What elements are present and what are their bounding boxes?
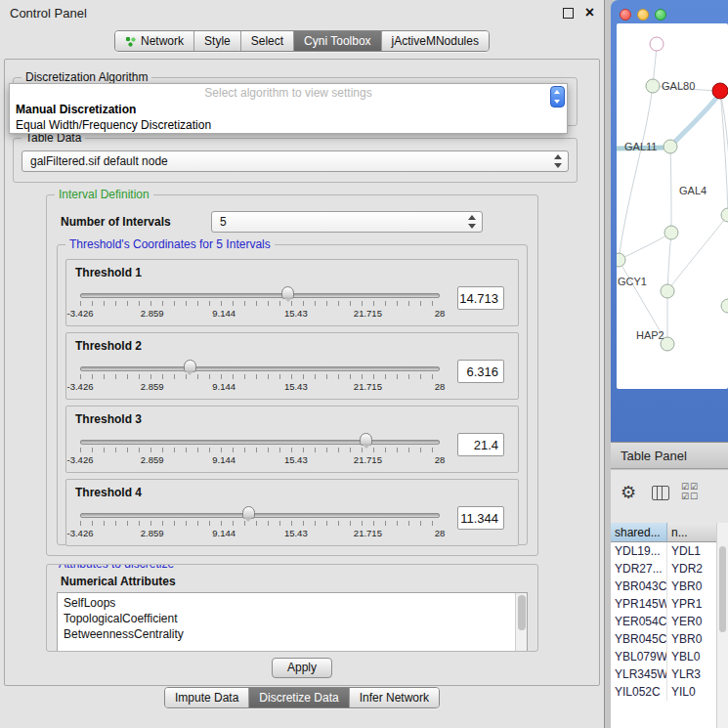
table-row[interactable]: YBR045CYBR0 [611, 630, 728, 648]
slider-thumb[interactable] [184, 360, 196, 372]
tab-select[interactable]: Select [240, 31, 293, 51]
threshold-value-field[interactable]: 11.344 [457, 506, 504, 530]
attributes-listbox[interactable]: SelfLoopsTopologicalCoefficientBetweenne… [57, 592, 528, 652]
number-of-intervals-combobox[interactable]: 5 [211, 211, 483, 233]
scrollbar-thumb[interactable] [719, 546, 726, 632]
table-data-selected: galFiltered.sif default node [22, 151, 568, 171]
table-row[interactable]: YER054CYER0 [611, 613, 728, 630]
scale-label: 9.144 [212, 381, 236, 392]
scale-label: 2.859 [141, 381, 164, 392]
table-cell: YPR145W [611, 595, 667, 613]
highlighted-node[interactable] [712, 83, 728, 99]
threshold-slider[interactable]: -3.4262.8599.14415.4321.71528 [76, 504, 444, 543]
column-header[interactable]: n... [667, 523, 717, 542]
attribute-item[interactable]: SelfLoops [58, 595, 527, 611]
group-title: Interval Definition [55, 188, 153, 201]
gear-icon[interactable]: ⚙ [621, 482, 636, 503]
tab-cyni-toolbox[interactable]: Cyni Toolbox [293, 31, 380, 51]
algorithm-placeholder: Select algorithm to view settings [204, 86, 371, 100]
table-row[interactable]: YBL079WYBL0 [611, 648, 728, 665]
table-row[interactable]: YDL19...YDL1 [611, 542, 728, 560]
slider-track[interactable] [80, 366, 440, 371]
close-window-icon[interactable] [620, 9, 631, 21]
column-header[interactable]: shared... [611, 523, 667, 542]
threshold-value-field[interactable]: 6.316 [457, 360, 504, 383]
table-scrollbar[interactable] [716, 523, 728, 728]
select-columns-icons[interactable]: ☑☑ ☑☐ [681, 482, 699, 501]
float-window-icon[interactable] [563, 8, 574, 19]
threshold-panel: Threshold 4 -3.4262.8599.14415.4321.7152… [65, 479, 519, 546]
algorithm-dropdown-popup: Select algorithm to view settings Manual… [9, 83, 568, 134]
table-row[interactable]: YIL052CYIL0 [611, 683, 728, 701]
network-node[interactable] [721, 208, 728, 222]
network-graph: GAL80GAL11GAL4GCY1HAP2 [617, 23, 728, 389]
scale-label: 2.859 [141, 308, 164, 319]
stepper-icon[interactable] [468, 215, 477, 229]
tab-discretize-data[interactable]: Discretize Data [248, 688, 348, 707]
node-label: GCY1 [618, 276, 647, 287]
threshold-label: Threshold 1 [66, 260, 518, 279]
node-label: GAL11 [624, 141, 657, 152]
zoom-window-icon[interactable] [655, 9, 666, 21]
tab-impute-data[interactable]: Impute Data [165, 688, 248, 707]
slider-thumb[interactable] [281, 286, 294, 299]
table-cell: YDR27... [611, 560, 667, 578]
panel-title: Control Panel [10, 6, 87, 21]
tab-network[interactable]: Network [115, 31, 193, 51]
slider-thumb[interactable] [242, 506, 255, 519]
columns-icon[interactable] [652, 486, 669, 500]
tab-label: Discretize Data [259, 691, 338, 705]
network-canvas[interactable]: GAL80GAL11GAL4GCY1HAP2 [617, 23, 728, 389]
network-node[interactable] [721, 299, 728, 313]
tab-style[interactable]: Style [193, 31, 240, 51]
attribute-item[interactable]: TopologicalCoefficient [58, 611, 527, 626]
scale-label: 9.144 [212, 308, 236, 319]
minimize-window-icon[interactable] [637, 9, 649, 21]
close-icon[interactable]: × [585, 6, 594, 20]
cyni-toolbox-content: Discretization Algorithm Select algorith… [4, 59, 600, 686]
network-icon [125, 36, 136, 47]
threshold-slider[interactable]: -3.4262.8599.14415.4321.71528 [76, 358, 444, 397]
network-node[interactable] [661, 284, 674, 298]
scale-label: 15.43 [284, 454, 308, 465]
table-row[interactable]: YDR27...YDR2 [611, 560, 728, 578]
table-row[interactable]: YPR145WYPR1 [611, 595, 728, 613]
table-cell: YLR345W [611, 665, 667, 683]
threshold-slider[interactable]: -3.4262.8599.14415.4321.71528 [76, 284, 444, 323]
slider-track[interactable] [80, 440, 440, 445]
network-node[interactable] [664, 226, 678, 239]
combobox-stepper-icon[interactable] [550, 86, 565, 107]
attribute-item[interactable]: BetweennessCentrality [58, 626, 527, 642]
stepper-icon[interactable] [554, 154, 563, 168]
algorithm-option-list: Manual DiscretizationEqual Width/Frequen… [10, 102, 567, 133]
threshold-value-field[interactable]: 21.4 [457, 433, 504, 456]
threshold-value-field[interactable]: 14.713 [457, 286, 504, 310]
threshold-label: Threshold 4 [66, 480, 518, 499]
tab-jactivemnodules[interactable]: jActiveMNodules [381, 31, 489, 51]
network-node[interactable] [664, 140, 677, 153]
tab-infer-network[interactable]: Infer Network [349, 688, 439, 707]
table-row[interactable]: YBR043CYBR0 [611, 578, 728, 595]
scrollbar-thumb[interactable] [518, 595, 526, 630]
algorithm-option[interactable]: Equal Width/Frequency Discretization [10, 117, 567, 133]
table-cell: YDR2 [667, 560, 717, 578]
network-node[interactable] [617, 253, 625, 267]
scale-label: 2.859 [141, 528, 164, 538]
algorithm-combobox[interactable]: Select algorithm to view settings [10, 84, 567, 102]
slider-ticks [80, 374, 440, 379]
slider-thumb[interactable] [360, 433, 372, 446]
table-data-combobox[interactable]: galFiltered.sif default node [21, 150, 569, 172]
group-title: Discretization Algorithm [21, 70, 151, 84]
threshold-slider[interactable]: -3.4262.8599.14415.4321.71528 [76, 431, 444, 470]
table-panel: ⚙ ☑☑ ☑☐ shared... n... YDL19...YDL1YDR27… [611, 470, 728, 728]
algorithm-option[interactable]: Manual Discretization [10, 102, 567, 117]
threshold-label: Threshold 2 [66, 333, 518, 353]
slider-track[interactable] [80, 513, 440, 518]
network-node[interactable] [646, 79, 660, 93]
checkbox-row-icon: ☑☐ [681, 492, 699, 501]
apply-button[interactable]: Apply [272, 658, 332, 678]
network-node[interactable] [650, 37, 664, 51]
attributes-scrollbar[interactable] [515, 593, 527, 652]
slider-track[interactable] [80, 293, 440, 298]
table-row[interactable]: YLR345WYLR3 [611, 665, 728, 683]
